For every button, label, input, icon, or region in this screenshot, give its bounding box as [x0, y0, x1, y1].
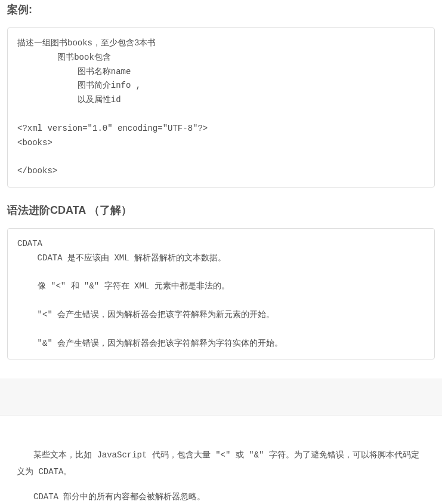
explain-p2: CDATA 部分中的所有内容都会被解析器忽略。: [17, 488, 425, 504]
code-block-cdata: CDATA CDATA 是不应该由 XML 解析器解析的文本数据。 像 "<" …: [7, 228, 435, 359]
heading-cdata: 语法进阶CDATA （了解）: [7, 201, 435, 217]
section-case: 案例: 描述一组图书books，至少包含3本书 图书book包含 图书名称nam…: [0, 0, 442, 379]
code-block-books: 描述一组图书books，至少包含3本书 图书book包含 图书名称name 图书…: [7, 27, 435, 188]
heading-case: 案例:: [7, 0, 435, 17]
section-divider: [0, 379, 442, 416]
section-cdata-explain: 某些文本，比如 JavaScript 代码，包含大量 "<" 或 "&" 字符。…: [0, 416, 442, 504]
explain-p1: 某些文本，比如 JavaScript 代码，包含大量 "<" 或 "&" 字符。…: [17, 447, 425, 480]
explain-block: 某些文本，比如 JavaScript 代码，包含大量 "<" 或 "&" 字符。…: [7, 441, 435, 504]
